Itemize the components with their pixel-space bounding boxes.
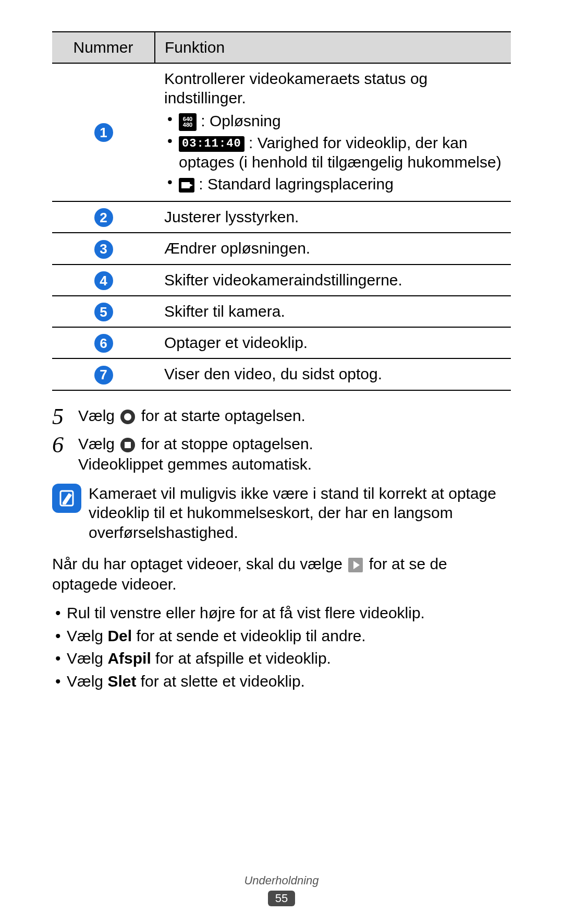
row-number: 3 (52, 233, 155, 264)
row-number: 1 (52, 63, 155, 202)
page-footer: Underholdning 55 (0, 874, 563, 906)
steps: 5 Vælg for at starte optagelsen. 6 Vælg … (52, 405, 511, 474)
table-row: 4 Skifter videokameraindstillingerne. (52, 265, 511, 296)
table-row: 1 Kontrollerer videokameraets status og … (52, 63, 511, 202)
stop-icon (120, 438, 135, 452)
number-badge-1: 1 (94, 123, 113, 142)
row-function: Viser den video, du sidst optog. (155, 358, 511, 390)
row1-item-storage: : Standard lagringsplacering (164, 174, 501, 194)
row-function: Skifter til kamera. (155, 296, 511, 327)
table-row: 7 Viser den video, du sidst optog. (52, 358, 511, 390)
play-icon (348, 558, 363, 572)
number-badge-4: 4 (94, 271, 113, 290)
row1-item-duration: 03:11:40 : Varighed for videoklip, der k… (164, 133, 501, 172)
row-number: 6 (52, 327, 155, 358)
resolution-label: : Opløsning (197, 112, 281, 129)
number-badge-2: 2 (94, 208, 113, 227)
header-function: Funktion (155, 32, 511, 63)
step-content: Vælg for at starte optagelsen. (78, 405, 511, 428)
row-number: 4 (52, 265, 155, 296)
action-item: Rul til venstre eller højre for at få vi… (52, 602, 511, 625)
table-header-row: Nummer Funktion (52, 32, 511, 63)
step-6: 6 Vælg for at stoppe optagelsen. Videokl… (52, 434, 511, 474)
row-number: 5 (52, 296, 155, 327)
action-item: Vælg Slet for at slette et videoklip. (52, 670, 511, 693)
post-note-paragraph: Når du har optaget videoer, skal du vælg… (52, 554, 511, 594)
storage-icon (179, 178, 194, 193)
table-row: 6 Optager et videoklip. (52, 327, 511, 358)
resolution-icon: 640 480 (179, 113, 197, 131)
actions-list: Rul til venstre eller højre for at få vi… (52, 602, 511, 692)
note-icon (52, 484, 81, 513)
table-row: 3 Ændrer opløsningen. (52, 233, 511, 264)
number-badge-7: 7 (94, 366, 113, 385)
function-table: Nummer Funktion 1 Kontrollerer videokame… (52, 31, 511, 391)
action-item: Vælg Afspil for at afspille et videoklip… (52, 647, 511, 670)
action-item: Vælg Del for at sende et videoklip til a… (52, 625, 511, 647)
row-function: Justerer lysstyrken. (155, 201, 511, 233)
row1-item-resolution: 640 480 : Opløsning (164, 111, 501, 131)
number-badge-3: 3 (94, 240, 113, 259)
row1-intro: Kontrollerer videokameraets status og in… (164, 69, 501, 108)
page-number: 55 (268, 891, 295, 906)
step-number: 5 (52, 405, 78, 428)
row-function: Ændrer opløsningen. (155, 233, 511, 264)
row-function: Optager et videoklip. (155, 327, 511, 358)
note-text: Kameraet vil muligvis ikke være i stand … (89, 484, 511, 543)
table-row: 2 Justerer lysstyrken. (52, 201, 511, 233)
svg-rect-0 (181, 182, 190, 188)
row-function: Kontrollerer videokameraets status og in… (155, 63, 511, 202)
row-function: Skifter videokameraindstillingerne. (155, 265, 511, 296)
step-5: 5 Vælg for at starte optagelsen. (52, 405, 511, 428)
storage-label: : Standard lagringsplacering (194, 175, 394, 193)
note-block: Kameraet vil muligvis ikke være i stand … (52, 484, 511, 543)
row-number: 7 (52, 358, 155, 390)
table-row: 5 Skifter til kamera. (52, 296, 511, 327)
svg-marker-1 (190, 184, 193, 187)
step-content: Vælg for at stoppe optagelsen. Videoklip… (78, 434, 511, 474)
row1-list: 640 480 : Opløsning 03:11:40 : Varighed … (164, 111, 501, 194)
number-badge-6: 6 (94, 334, 113, 353)
header-number: Nummer (52, 32, 155, 63)
duration-icon: 03:11:40 (179, 136, 244, 152)
step-number: 6 (52, 434, 78, 474)
number-badge-5: 5 (94, 303, 113, 321)
manual-page: Nummer Funktion 1 Kontrollerer videokame… (0, 0, 563, 924)
footer-section: Underholdning (0, 874, 563, 887)
row-number: 2 (52, 201, 155, 233)
record-icon (120, 410, 135, 424)
